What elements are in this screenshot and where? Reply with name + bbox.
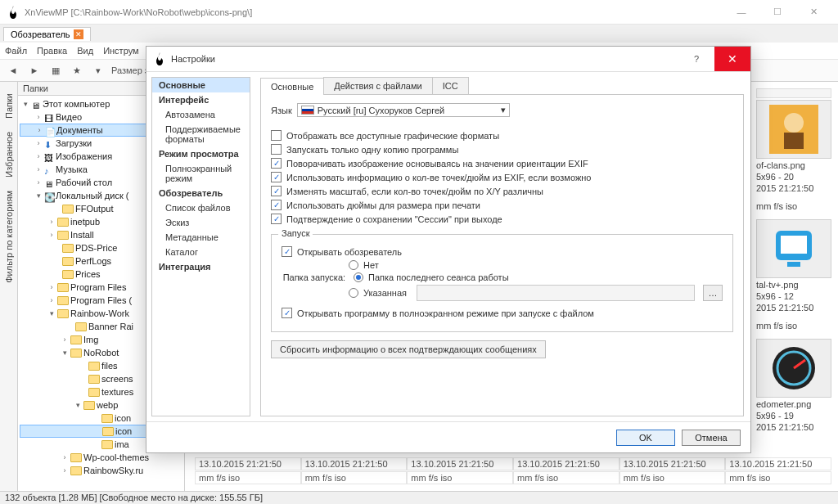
menu-file[interactable]: Файл <box>5 46 27 56</box>
sidetab-folders[interactable]: Папки <box>2 87 16 125</box>
folder-icon <box>88 388 100 397</box>
app-icon <box>7 6 20 19</box>
dialog-icon <box>153 52 166 65</box>
star-icon[interactable]: ★ <box>69 62 85 79</box>
language-select[interactable]: Русский [ru] Сухоруков Сергей ▾ <box>297 103 510 117</box>
svg-rect-2 <box>784 133 804 149</box>
lang-label: Язык <box>271 106 292 115</box>
dialog-title: Настройки <box>171 54 215 64</box>
chk-session-confirm[interactable]: ✓Подтверждение о сохранении "Сессии" при… <box>271 214 733 224</box>
folder-icon <box>62 244 74 253</box>
chk-single-copy[interactable]: Запускать только одну копию программы <box>271 144 733 155</box>
desktop-icon: 🖥 <box>44 178 54 187</box>
folder-icon <box>57 296 69 305</box>
svg-point-1 <box>784 113 804 133</box>
nav-back-icon[interactable]: ◄ <box>5 62 21 79</box>
ok-button[interactable]: OK <box>616 430 675 446</box>
chk-all-formats[interactable]: Отображать все доступные графические фор… <box>271 130 733 141</box>
computer-icon: 🖥 <box>31 99 41 109</box>
maximize-button[interactable]: ☐ <box>759 0 795 25</box>
dialog-help-button[interactable]: ? <box>678 47 714 71</box>
flag-ru-icon <box>301 106 314 115</box>
window-title: XnViewMP [C:\Rainbow-Work\NoRobot\webp\i… <box>25 7 252 17</box>
reset-confirmations-button[interactable]: Сбросить информацию о всех подтверждающи… <box>271 340 546 358</box>
cancel-button[interactable]: Отмена <box>682 430 741 446</box>
thumbnail[interactable] <box>756 100 831 159</box>
menu-edit[interactable]: Правка <box>37 46 67 56</box>
radio-specified[interactable]: Указанная … <box>349 285 723 301</box>
cat-general[interactable]: Основные <box>152 78 250 92</box>
thumbnail[interactable] <box>756 339 831 398</box>
browser-tab[interactable]: Обозреватель ✕ <box>3 27 91 41</box>
cat-metadata[interactable]: Метаданные <box>152 230 250 245</box>
folder-icon <box>88 362 100 371</box>
startup-path-input[interactable] <box>417 285 695 301</box>
folder-icon <box>75 322 87 331</box>
cat-filelist[interactable]: Список файлов <box>152 200 250 215</box>
menu-view[interactable]: Вид <box>77 46 93 56</box>
chk-open-browser[interactable]: ✓Открывать обозреватель <box>282 246 723 257</box>
radio-none[interactable]: Нет <box>349 260 723 270</box>
cat-catalog[interactable]: Каталог <box>152 245 250 259</box>
svg-rect-4 <box>781 236 807 254</box>
documents-icon: 📄 <box>45 125 55 135</box>
chk-fullscreen-file[interactable]: ✓Открывать программу в полноэкранном реж… <box>282 308 723 318</box>
folder-icon <box>102 427 114 436</box>
chk-inches-print[interactable]: ✓Использовать дюймы для размера при печа… <box>271 200 733 210</box>
tab-close-icon[interactable]: ✕ <box>74 29 83 39</box>
folder-icon <box>57 218 69 227</box>
folder-icon <box>57 309 69 318</box>
folder-icon <box>88 375 100 384</box>
folder-icon <box>62 257 74 266</box>
cat-autoreplace[interactable]: Автозамена <box>152 107 250 122</box>
settings-dialog: Настройки ? ✕ Основные Интерфейс Автозам… <box>146 46 751 453</box>
music-icon: ♪ <box>44 164 54 174</box>
chk-scale-xy[interactable]: ✓Изменять масштаб, если кол-во точек/дюй… <box>271 186 733 196</box>
browser-tab-label: Обозреватель <box>11 29 70 39</box>
chk-rotate-exif[interactable]: ✓Поворачивать изображение основываясь на… <box>271 158 733 169</box>
sidetab-filter[interactable]: Фильтр по категориям <box>2 184 16 290</box>
folder-icon <box>70 466 82 475</box>
disk-icon: 💽 <box>44 191 54 200</box>
folder-icon <box>101 440 113 449</box>
cat-browser[interactable]: Обозреватель <box>152 186 250 200</box>
cat-viewmode[interactable]: Режим просмотра <box>152 146 250 161</box>
close-button[interactable]: ✕ <box>795 0 831 25</box>
folder-icon <box>62 205 74 214</box>
downloads-icon: ⬇ <box>44 138 54 148</box>
cat-interface[interactable]: Интерфейс <box>152 92 250 107</box>
cat-fullscreen[interactable]: Полноэкранный режим <box>152 161 250 186</box>
chevron-down-icon: ▾ <box>501 105 506 115</box>
minimize-button[interactable]: — <box>723 0 759 25</box>
svg-rect-5 <box>787 262 800 267</box>
tab-general[interactable]: Основные <box>260 78 324 95</box>
tab-icc[interactable]: ICC <box>432 77 469 94</box>
chk-dpi-exif[interactable]: ✓Использовать информацию о кол-ве точек/… <box>271 172 733 182</box>
dialog-close-button[interactable]: ✕ <box>714 47 750 71</box>
cat-sketch[interactable]: Эскиз <box>152 215 250 230</box>
thumbnail[interactable] <box>756 219 831 278</box>
cat-formats[interactable]: Поддерживаемые форматы <box>152 122 250 146</box>
images-icon: 🖼 <box>44 151 54 161</box>
folder-icon <box>70 335 82 344</box>
folder-icon <box>83 401 95 410</box>
browse-button[interactable]: … <box>703 285 723 301</box>
folder-icon <box>70 453 82 462</box>
dropdown-icon[interactable]: ▾ <box>90 62 106 79</box>
folder-icon <box>57 283 69 292</box>
grid-icon[interactable]: ▦ <box>47 62 64 79</box>
folder-icon <box>62 270 74 279</box>
radio-last-session[interactable]: Папка запуска: Папка последнего сеанса р… <box>282 272 723 282</box>
cat-integration[interactable]: Интеграция <box>152 259 250 274</box>
tab-fileops[interactable]: Действия с файлами <box>323 77 432 94</box>
folder-icon <box>101 414 113 423</box>
folder-icon <box>70 349 82 358</box>
sidetab-favorites[interactable]: Избранное <box>2 125 16 184</box>
video-icon: 🎞 <box>44 112 54 122</box>
nav-fwd-icon[interactable]: ► <box>26 62 43 79</box>
menu-tools[interactable]: Инструм <box>103 46 138 56</box>
color-strip[interactable] <box>756 88 831 98</box>
folder-icon <box>57 231 69 240</box>
startup-legend: Запуск <box>278 228 313 238</box>
category-list[interactable]: Основные Интерфейс Автозамена Поддержива… <box>151 77 250 416</box>
